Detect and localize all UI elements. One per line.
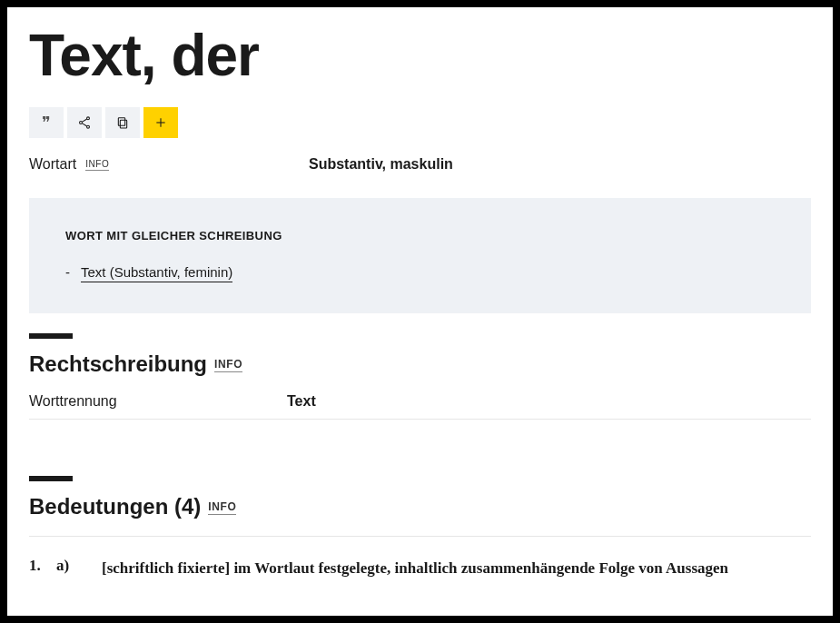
share-icon <box>77 115 92 130</box>
spelling-heading-wrap: Rechtschreibung INFO <box>29 351 811 377</box>
same-spelling-callout: WORT MIT GLEICHER SCHREIBUNG - Text (Sub… <box>29 198 811 313</box>
plus-icon <box>153 115 168 130</box>
worttrennung-row: Worttrennung Text <box>29 393 811 420</box>
svg-point-2 <box>87 126 90 129</box>
wortart-row: Wortart INFO Substantiv, maskulin <box>29 156 811 173</box>
spelling-info-link[interactable]: INFO <box>214 358 242 372</box>
meanings-divider <box>29 536 811 537</box>
meanings-heading: Bedeutungen (4) <box>29 494 201 519</box>
action-toolbar: ❞ <box>29 107 811 138</box>
meaning-number: 1. <box>29 557 49 580</box>
wortart-label-wrap: Wortart INFO <box>29 156 309 173</box>
quote-icon: ❞ <box>42 113 51 133</box>
section-mark <box>29 333 73 339</box>
wortart-info-link[interactable]: INFO <box>85 159 109 171</box>
callout-title: WORT MIT GLEICHER SCHREIBUNG <box>65 229 775 242</box>
headword-title: Text, der <box>29 24 811 87</box>
svg-rect-5 <box>120 121 126 129</box>
callout-bullet: - <box>65 264 70 280</box>
section-mark <box>29 476 73 481</box>
meanings-info-link[interactable]: INFO <box>208 500 236 515</box>
meanings-section: Bedeutungen (4) INFO 1. a) [schriftlich … <box>29 476 811 580</box>
wortart-label: Wortart <box>29 156 76 173</box>
spelling-section: Rechtschreibung INFO Worttrennung Text <box>29 333 811 420</box>
share-button[interactable] <box>67 107 102 138</box>
svg-rect-6 <box>118 118 124 126</box>
svg-line-4 <box>82 124 86 126</box>
cite-button[interactable]: ❞ <box>29 107 64 138</box>
spelling-heading: Rechtschreibung <box>29 351 207 377</box>
svg-point-1 <box>87 117 90 120</box>
copy-button[interactable] <box>105 107 140 138</box>
svg-point-0 <box>80 122 83 124</box>
wortart-value: Substantiv, maskulin <box>309 156 453 173</box>
meaning-item: 1. a) [schriftlich fixierte] im Wortlaut… <box>29 557 811 580</box>
copy-icon <box>115 115 130 130</box>
meanings-heading-wrap: Bedeutungen (4) INFO <box>29 494 811 519</box>
worttrennung-label: Worttrennung <box>29 393 287 410</box>
worttrennung-value: Text <box>287 393 316 410</box>
add-button[interactable] <box>143 107 178 138</box>
dictionary-entry-page: Text, der ❞ Wortart INFO Substantiv, mas… <box>7 7 833 616</box>
svg-line-3 <box>82 119 86 122</box>
meaning-subletter: a) <box>56 557 82 580</box>
meaning-text: [schriftlich fixierte] im Wortlaut festg… <box>102 557 811 580</box>
callout-link[interactable]: Text (Substantiv, feminin) <box>81 264 232 282</box>
callout-item: - Text (Substantiv, feminin) <box>65 264 775 282</box>
